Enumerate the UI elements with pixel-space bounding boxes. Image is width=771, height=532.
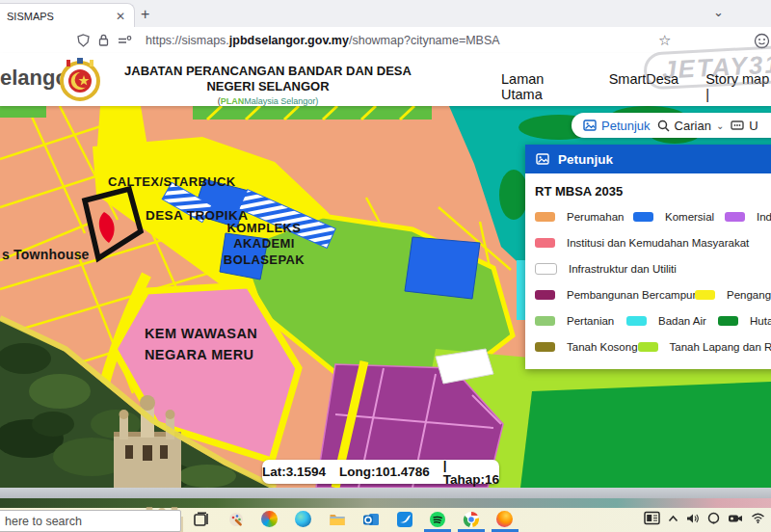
bookmark-star-icon[interactable]: ☆ [658,32,671,49]
outlook-icon[interactable] [362,511,380,528]
search-icon [657,120,670,132]
map-label-kompleks-akademi: KOMPLEKS AKADEMI BOLASEPAK [205,221,323,268]
legend-image-icon [536,153,549,165]
legend-body: RT MBSA 2035 Perumahan Komersial Ind Ins… [525,173,771,369]
bird-app-icon[interactable] [396,511,413,528]
status-tahap: | Tahap:16 [443,458,499,487]
map-label-townhouse: s Townhouse [2,247,90,262]
swatch-pertanian [535,316,555,326]
url-bar[interactable]: https://sismaps.jpbdselangor.gov.my/show… [0,27,771,54]
toolbar-ukur-button[interactable]: U [731,119,758,133]
toolbar-petunjuk-button[interactable]: Petunjuk [583,119,651,133]
lock-icon[interactable] [98,34,109,46]
forest-region [520,382,771,488]
new-tab-button[interactable]: + [141,6,149,23]
search-box-text: here to search [5,515,82,528]
map-toolbar: Petunjuk Carian⌄ U [572,113,771,138]
selangor-crest-logo [58,58,102,102]
legend-panel-header[interactable]: Petunjuk [525,145,771,173]
legend-row: Institusi dan Kemudahan Masyarakat [535,234,771,252]
chevron-down-icon: ⌄ [716,120,724,131]
swatch-pengangkutan [695,290,715,300]
edge-icon[interactable] [295,511,311,527]
spotify-icon[interactable] [429,511,446,528]
extension-smiley-icon[interactable] [754,33,770,49]
header-nav: Laman Utama SmartDesa Story map | [501,71,771,102]
swatch-komersial [633,212,653,222]
nav-story-map[interactable]: Story map | [705,71,771,102]
swatch-industri [725,212,745,222]
screen: SISMAPS ✕ + ⌄ https://sismaps.jpbdselang… [0,0,771,532]
browser-tab-bar: SISMAPS ✕ + ⌄ [0,0,771,27]
swatch-pembangunan [535,290,555,300]
nav-smartdesa[interactable]: SmartDesa [609,71,679,102]
swatch-hutan [718,316,738,326]
shield-icon[interactable] [77,34,90,47]
measure-icon [731,120,744,131]
legend-row: Perumahan Komersial Ind [535,208,771,226]
browser-window-bottom-edge [0,488,771,498]
agency-title-block: JABATAN PERANCANGAN BANDAR DAN DESA NEGE… [109,64,427,106]
paint-icon[interactable] [227,511,245,528]
system-tray: ENG [644,511,771,525]
coordinates-status-bar: Lat:3.1594 Long:101.4786 | Tahap:16 [262,460,499,484]
status-long: Long:101.4786 [339,465,430,479]
sync-circle-icon[interactable] [707,512,720,524]
legend-image-icon [583,120,597,131]
tab-list-chevron-icon[interactable]: ⌄ [713,5,724,19]
map-label-caltex: CALTEX/STARBUCK [108,174,236,189]
camera-device-icon[interactable] [728,513,743,523]
url-text[interactable]: https://sismaps.jpbdselangor.gov.my/show… [146,34,500,47]
agency-title: JABATAN PERANCANGAN BANDAR DAN DESA NEGE… [109,64,427,95]
desktop-wallpaper-strip [0,498,771,508]
swatch-institusi [535,238,555,248]
widgets-icon[interactable] [644,511,660,525]
firefox-icon[interactable] [496,511,513,527]
swatch-badan-air [626,316,647,326]
legend-row: Pertanian Badan Air Huta [535,312,771,330]
task-view-icon[interactable] [193,511,210,528]
wifi-icon[interactable] [751,513,765,523]
tray-expand-chevron-icon[interactable] [668,515,678,522]
swatch-perumahan [535,212,555,222]
legend-panel: Petunjuk RT MBSA 2035 Perumahan Komersia… [525,145,771,369]
swatch-infrastruktur [535,263,557,275]
tab-close-icon[interactable]: ✕ [116,10,125,23]
copilot-icon[interactable] [261,511,278,527]
chrome-icon[interactable] [463,511,480,528]
browser-tab[interactable]: SISMAPS ✕ [0,3,135,28]
toolbar-carian-button[interactable]: Carian⌄ [657,119,725,133]
legend-row: Pembangunan Bercampur Pengangk [535,286,771,304]
swatch-tanah-lapang [638,342,658,352]
file-explorer-icon[interactable] [329,511,346,528]
legend-row: Infrastruktur dan Utiliti [535,260,771,278]
status-lat: Lat:3.1594 [262,465,326,479]
nav-laman-utama[interactable]: Laman Utama [501,71,582,102]
agency-subtitle: (PLANMalaysia Selangor) [109,96,427,106]
tab-title: SISMAPS [7,11,116,22]
permissions-icon[interactable] [118,35,132,46]
map-label-kem-wawasan: KEM WAWASAN NEGARA MERU [145,324,257,366]
volume-icon[interactable] [686,513,700,524]
taskbar-search-box[interactable]: here to search [0,510,181,532]
swatch-tanah-kosong [535,342,555,352]
legend-row: Tanah Kosong Tanah Lapang dan Rek [535,338,771,356]
legend-title: RT MBSA 2035 [535,184,771,199]
